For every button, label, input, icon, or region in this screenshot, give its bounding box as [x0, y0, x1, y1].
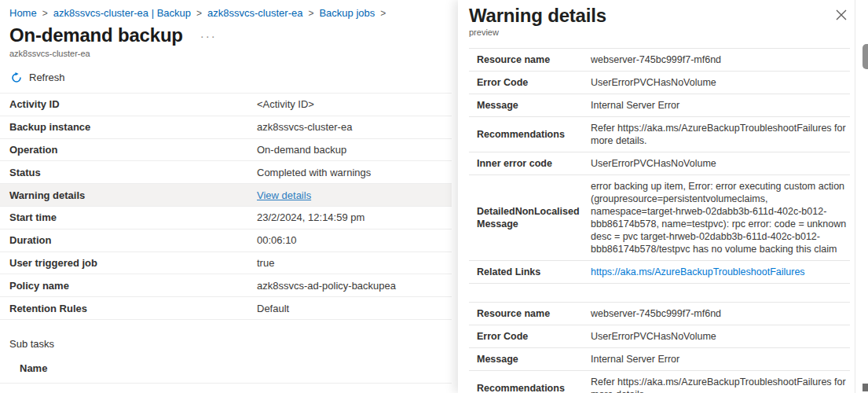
- breadcrumb-link[interactable]: azk8ssvcs-cluster-ea: [207, 7, 302, 19]
- detail-value: azk8ssvcs-cluster-ea: [257, 121, 352, 133]
- refresh-button[interactable]: Refresh: [11, 72, 65, 83]
- warning-label: Message: [469, 99, 591, 112]
- warning-row: Resource namewebserver-745bc999f7-mf6nd: [469, 303, 850, 325]
- detail-value: Default: [257, 303, 289, 314]
- breadcrumb-separator-icon: >: [380, 8, 386, 19]
- detail-row: Activity ID<Activity ID>: [0, 94, 452, 116]
- warning-row: RecommendationsRefer https://aka.ms/Azur…: [469, 117, 850, 152]
- warning-row: MessageInternal Server Error: [469, 348, 850, 371]
- page: { "breadcrumb": { "separator": ">", "ite…: [0, 0, 868, 393]
- warning-label: Error Code: [469, 330, 591, 343]
- related-link[interactable]: https://aka.ms/AzureBackupTroubleshootFa…: [591, 266, 850, 278]
- detail-label: Operation: [9, 144, 257, 156]
- warning-details-panel: Warning details preview Resource nameweb…: [458, 0, 868, 393]
- panel-title: Warning details: [469, 5, 868, 27]
- detail-row: User triggered jobtrue: [0, 252, 452, 275]
- scroll-divider: [855, 0, 855, 393]
- detail-label: Duration: [9, 234, 257, 246]
- panel-preview-badge: preview: [469, 28, 868, 37]
- detail-label: Backup instance: [9, 121, 257, 133]
- scrollbar-corner[interactable]: [863, 384, 868, 391]
- warning-table: Resource namewebserver-745bc999f7-mf6ndE…: [469, 48, 850, 284]
- detail-value: 00:06:10: [257, 234, 297, 246]
- more-button[interactable]: ···: [200, 29, 217, 42]
- warning-value: webserver-745bc999f7-mf6nd: [591, 307, 850, 320]
- refresh-label: Refresh: [29, 72, 65, 83]
- warning-value: error backing up item, Error: error exec…: [591, 180, 850, 255]
- breadcrumb-link[interactable]: Backup jobs: [319, 7, 375, 19]
- detail-value: 23/2/2024, 12:14:59 pm: [257, 211, 364, 223]
- detail-label: Activity ID: [9, 98, 257, 110]
- warning-label: Recommendations: [469, 128, 591, 141]
- detail-row: Policy nameazk8ssvcs-ad-policy-backupea: [0, 274, 452, 297]
- page-title-row: On-demand backup ···: [9, 24, 458, 46]
- warning-value: UserErrorPVCHasNoVolume: [591, 76, 850, 89]
- breadcrumb-link[interactable]: azk8ssvcs-cluster-ea | Backup: [53, 7, 191, 19]
- warning-value: UserErrorPVCHasNoVolume: [591, 330, 850, 343]
- warning-label: Resource name: [469, 53, 591, 66]
- subtasks-name-header: Name: [20, 362, 458, 374]
- detail-row: StatusCompleted with warnings: [0, 161, 452, 184]
- warning-row: DetailedNonLocalisedMessageerror backing…: [469, 175, 850, 261]
- warning-row: Resource namewebserver-745bc999f7-mf6nd: [469, 49, 850, 72]
- detail-row: Duration00:06:10: [0, 230, 452, 252]
- breadcrumb: Home>azk8ssvcs-cluster-ea | Backup>azk8s…: [0, 0, 458, 19]
- close-button[interactable]: [834, 8, 848, 24]
- warning-row: RecommendationsRefer https://aka.ms/Azur…: [469, 371, 850, 393]
- page-subtitle: azk8ssvcs-cluster-ea: [9, 49, 458, 58]
- panel-warnings: Resource namewebserver-745bc999f7-mf6ndE…: [469, 48, 850, 393]
- subtasks-title: Sub tasks: [9, 338, 458, 350]
- warning-label: Related Links: [469, 266, 591, 278]
- job-details-region: Home>azk8ssvcs-cluster-ea | Backup>azk8s…: [0, 0, 458, 393]
- detail-row: Warning detailsView details: [0, 184, 452, 207]
- scrollbar-thumb[interactable]: [863, 44, 868, 69]
- breadcrumb-separator-icon: >: [308, 8, 313, 19]
- warning-value: Refer https://aka.ms/AzureBackupTroubles…: [591, 122, 850, 147]
- detail-value: On-demand backup: [257, 144, 346, 156]
- detail-label: Start time: [9, 211, 257, 223]
- warning-label: Resource name: [469, 307, 591, 320]
- breadcrumb-separator-icon: >: [196, 8, 202, 19]
- warning-value: Internal Server Error: [591, 353, 850, 365]
- warning-row: Related Linkshttps://aka.ms/AzureBackupT…: [469, 261, 850, 284]
- detail-row: Retention RulesDefault: [0, 297, 452, 320]
- detail-value: <Activity ID>: [257, 98, 314, 110]
- warning-label: Message: [469, 353, 591, 365]
- warning-value: Internal Server Error: [591, 99, 850, 112]
- detail-label: User triggered job: [9, 257, 257, 269]
- detail-label: Retention Rules: [9, 303, 257, 314]
- breadcrumb-separator-icon: >: [42, 8, 48, 19]
- warning-row: Error CodeUserErrorPVCHasNoVolume: [469, 325, 850, 348]
- details-table: Activity ID<Activity ID>Backup instancea…: [0, 93, 452, 320]
- warning-label: Error Code: [469, 76, 591, 89]
- view-details-link[interactable]: View details: [257, 189, 311, 201]
- detail-value: azk8ssvcs-ad-policy-backupea: [257, 280, 396, 292]
- warning-value: Refer https://aka.ms/AzureBackupTroubles…: [591, 376, 850, 393]
- detail-value: true: [257, 257, 274, 269]
- detail-row: Backup instanceazk8ssvcs-cluster-ea: [0, 116, 452, 139]
- divider: [0, 383, 452, 384]
- warning-table: Resource namewebserver-745bc999f7-mf6ndE…: [469, 302, 850, 393]
- breadcrumb-link[interactable]: Home: [9, 7, 37, 19]
- detail-label: Status: [9, 167, 257, 178]
- close-icon: [836, 11, 847, 23]
- warning-label: DetailedNonLocalisedMessage: [469, 205, 591, 230]
- detail-row: OperationOn-demand backup: [0, 139, 452, 162]
- warning-value: webserver-745bc999f7-mf6nd: [591, 53, 850, 66]
- warning-row: MessageInternal Server Error: [469, 94, 850, 117]
- page-title: On-demand backup: [9, 24, 183, 46]
- detail-row: Start time23/2/2024, 12:14:59 pm: [0, 207, 452, 230]
- warning-label: Recommendations: [469, 382, 591, 393]
- detail-label: Policy name: [9, 280, 257, 292]
- warning-value: UserErrorPVCHasNoVolume: [591, 157, 850, 170]
- warning-row: Inner error codeUserErrorPVCHasNoVolume: [469, 152, 850, 175]
- detail-value: Completed with warnings: [257, 167, 371, 178]
- warning-label: Inner error code: [469, 157, 591, 170]
- detail-label: Warning details: [9, 189, 257, 201]
- warning-row: Error CodeUserErrorPVCHasNoVolume: [469, 72, 850, 94]
- refresh-icon: [11, 72, 22, 83]
